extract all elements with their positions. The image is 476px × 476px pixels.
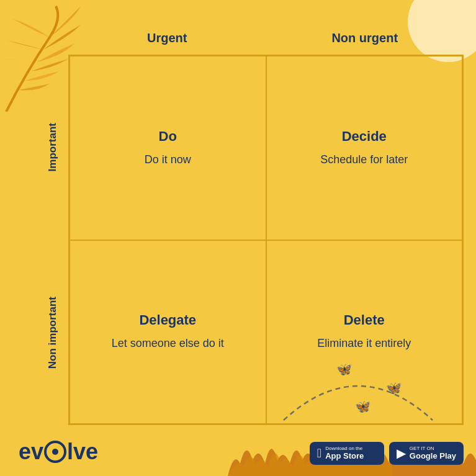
butterfly-3: 🦋 [355,399,370,414]
logo: ev lve [19,439,98,465]
do-title: Do [159,128,177,145]
google-play-button[interactable]: ▶ GET IT ON Google Play [389,442,464,465]
urgent-header: Urgent [68,25,266,52]
app-store-buttons:  Download on the App Store ▶ GET IT ON … [310,442,464,465]
logo-ev: ev [19,439,43,465]
apple-icon:  [317,446,321,460]
google-btn-small-text: GET IT ON [410,446,456,452]
logo-lve: lve [67,439,98,465]
logo-o-circle [44,441,66,463]
butterfly-1: 🦋 [336,362,352,377]
delete-subtitle: Eliminate it entirely [317,336,411,351]
google-btn-large-text: Google Play [410,451,456,461]
decide-title: Decide [342,128,387,145]
google-btn-text: GET IT ON Google Play [410,446,456,461]
decide-subtitle: Schedule for later [320,152,408,168]
important-row-label: Important [37,55,68,240]
non-urgent-header: Non urgent [266,25,464,52]
delete-title: Delete [344,312,385,328]
page-container: Urgent Non urgent Important Non importan… [0,0,476,476]
quadrant-decide: Decide Schedule for later [266,56,463,240]
do-subtitle: Do it now [145,152,191,168]
butterfly-2: 🦋 [386,380,402,395]
delegate-subtitle: Let someone else do it [112,336,224,351]
quadrant-do: Do Do it now [70,56,266,240]
quadrant-delegate: Delegate Let someone else do it [70,240,266,424]
apple-app-store-button[interactable]:  Download on the App Store [310,442,384,465]
column-headers: Urgent Non urgent [68,25,464,52]
row-labels: Important Non important [37,55,68,425]
delegate-title: Delegate [139,312,196,328]
non-important-row-label: Non important [37,240,68,426]
dashed-arc-decoration [271,364,445,426]
apple-btn-small-text: Download on the [325,446,364,452]
apple-btn-large-text: App Store [325,451,364,461]
logo-text: ev lve [19,439,98,465]
logo-o-inner [52,449,58,455]
google-play-icon: ▶ [397,446,406,460]
apple-btn-text: Download on the App Store [325,446,364,461]
